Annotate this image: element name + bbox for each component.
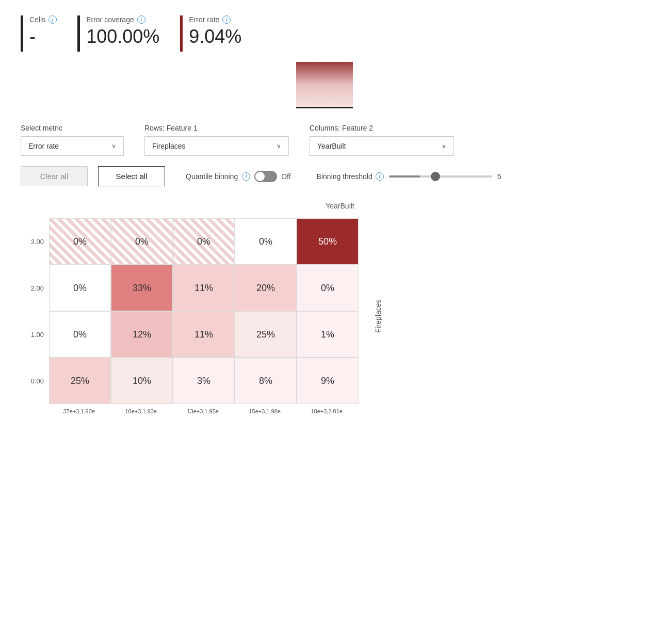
x-axis-labels: 37e+3,1.90e- 10e+3,1.93e- 13e+3,1.95e- 1… [49, 408, 359, 414]
metric-dropdown-label: Select metric [21, 124, 124, 132]
matrix-row-1: 2.00 0% 33% 11% 20% 0% [21, 265, 359, 311]
row-axis-label: Fireplaces [369, 223, 387, 409]
matrix-cell-3-0[interactable]: 25% [49, 358, 111, 404]
quantile-info-icon[interactable]: i [242, 172, 250, 181]
matrix-cell-2-4[interactable]: 1% [297, 311, 359, 358]
cells-content: Cells i - [29, 15, 57, 47]
column-axis-label: YearBuilt [52, 202, 628, 210]
columns-dropdown-value: YearBuilt [317, 142, 346, 150]
error-rate-bar [180, 15, 183, 52]
matrix-cell-3-3[interactable]: 8% [235, 358, 297, 404]
matrix-cell-1-3[interactable]: 20% [235, 265, 297, 311]
binning-value: 5 [497, 172, 508, 181]
row-label-1: 2.00 [21, 265, 49, 311]
error-coverage-value: 100.00% [86, 26, 159, 47]
matrix-cell-3-4[interactable]: 9% [297, 358, 359, 404]
binning-info-icon[interactable]: i [376, 172, 384, 181]
x-label-2: 13e+3,1.95e- [173, 408, 235, 414]
slider-container: 5 [389, 172, 508, 181]
metric-chevron-icon: ∨ [111, 142, 116, 150]
columns-dropdown-label: Columns: Feature 2 [310, 124, 454, 132]
dropdowns-row: Select metric Error rate ∨ Rows: Feature… [21, 124, 628, 156]
matrix-cell-2-0[interactable]: 0% [49, 311, 111, 358]
cells-label: Cells i [29, 15, 57, 24]
cells-value: - [29, 26, 57, 47]
quantile-label: Quantile binning [186, 172, 238, 181]
cells-label-text: Cells [29, 15, 45, 24]
rows-chevron-icon: ∨ [277, 142, 281, 150]
binning-slider[interactable] [389, 175, 492, 178]
error-coverage-bar [77, 15, 80, 52]
x-label-0: 37e+3,1.90e- [49, 408, 111, 414]
matrix-section: YearBuilt 3.00 0% 0% 0% 0% 50% 2.00 0% 3… [21, 202, 628, 414]
color-swatch [296, 62, 353, 108]
rows-dropdown-label: Rows: Feature 1 [144, 124, 289, 132]
matrix-cell-1-1[interactable]: 33% [111, 265, 173, 311]
matrix-row-3: 0.00 25% 10% 3% 8% 9% [21, 358, 359, 404]
error-coverage-info-icon[interactable]: i [137, 15, 145, 24]
matrix-row-2: 1.00 0% 12% 11% 25% 1% [21, 311, 359, 358]
matrix-cell-0-2[interactable]: 0% [173, 218, 235, 265]
error-coverage-label-text: Error coverage [86, 15, 134, 24]
row-label-0: 3.00 [21, 218, 49, 265]
binning-label: Binning threshold i [317, 172, 384, 181]
cells-info-icon[interactable]: i [48, 15, 57, 24]
binning-group: Binning threshold i 5 [317, 172, 508, 181]
matrix-cell-2-2[interactable]: 11% [173, 311, 235, 358]
actions-row: Clear all Select all Quantile binning i … [21, 166, 628, 186]
matrix-cell-1-0[interactable]: 0% [49, 265, 111, 311]
error-rate-label: Error rate i [189, 15, 241, 24]
x-label-4: 18e+3,2.01e- [297, 408, 359, 414]
matrix-row-0: 3.00 0% 0% 0% 0% 50% [21, 218, 359, 265]
error-rate-metric: Error rate i 9.04% [180, 15, 241, 52]
metrics-row: Cells i - Error coverage i 100.00% Error… [21, 15, 628, 52]
row-label-3: 0.00 [21, 358, 49, 404]
quantile-state-label: Off [281, 172, 290, 181]
clear-all-button[interactable]: Clear all [21, 166, 88, 186]
rows-dropdown-value: Fireplaces [152, 142, 186, 150]
metric-dropdown-value: Error rate [28, 142, 59, 150]
binning-label-text: Binning threshold [317, 172, 372, 181]
select-all-button[interactable]: Select all [98, 166, 165, 186]
error-rate-info-icon[interactable]: i [222, 15, 231, 24]
x-label-1: 10e+3,1.93e- [111, 408, 173, 414]
error-coverage-content: Error coverage i 100.00% [86, 15, 159, 47]
rows-dropdown[interactable]: Fireplaces ∨ [144, 136, 289, 156]
matrix-cell-3-1[interactable]: 10% [111, 358, 173, 404]
matrix-cell-2-1[interactable]: 12% [111, 311, 173, 358]
columns-dropdown[interactable]: YearBuilt ∨ [310, 136, 454, 156]
controls-section: Select metric Error rate ∨ Rows: Feature… [21, 124, 628, 186]
error-rate-content: Error rate i 9.04% [189, 15, 241, 47]
rows-dropdown-group: Rows: Feature 1 Fireplaces ∨ [144, 124, 289, 156]
matrix-cell-0-1[interactable]: 0% [111, 218, 173, 265]
matrix-cell-0-0[interactable]: 0% [49, 218, 111, 265]
matrix-cell-0-4[interactable]: 50% [297, 218, 359, 265]
metric-dropdown-group: Select metric Error rate ∨ [21, 124, 124, 156]
matrix-cell-0-3[interactable]: 0% [235, 218, 297, 265]
matrix-with-labels: 3.00 0% 0% 0% 0% 50% 2.00 0% 33% 11% 20%… [21, 218, 359, 414]
matrix-cell-1-4[interactable]: 0% [297, 265, 359, 311]
matrix-cell-2-3[interactable]: 25% [235, 311, 297, 358]
row-label-2: 1.00 [21, 311, 49, 358]
matrix-cell-1-2[interactable]: 11% [173, 265, 235, 311]
columns-dropdown-group: Columns: Feature 2 YearBuilt ∨ [310, 124, 454, 156]
quantile-toggle[interactable] [254, 171, 277, 182]
matrix-wrapper: 3.00 0% 0% 0% 0% 50% 2.00 0% 33% 11% 20%… [21, 218, 628, 414]
error-coverage-metric: Error coverage i 100.00% [77, 15, 159, 52]
x-label-3: 15e+3,1.98e- [235, 408, 297, 414]
error-coverage-label: Error coverage i [86, 15, 159, 24]
error-rate-value: 9.04% [189, 26, 241, 47]
error-rate-label-text: Error rate [189, 15, 219, 24]
cells-metric: Cells i - [21, 15, 57, 52]
quantile-toggle-group: Quantile binning i Off [186, 171, 291, 182]
cells-bar [21, 15, 23, 52]
metric-dropdown[interactable]: Error rate ∨ [21, 136, 124, 156]
columns-chevron-icon: ∨ [442, 142, 446, 150]
color-swatch-container [21, 62, 628, 108]
matrix-cell-3-2[interactable]: 3% [173, 358, 235, 404]
